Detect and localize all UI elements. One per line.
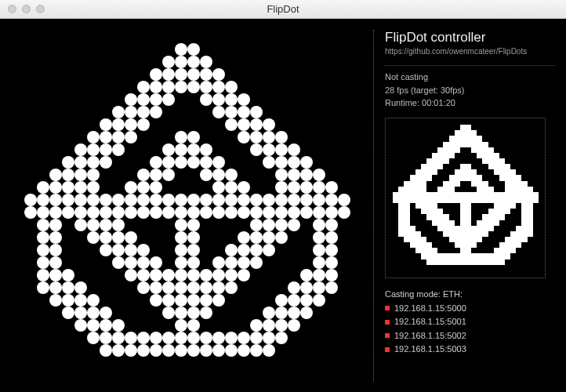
dot — [350, 118, 363, 131]
dot — [325, 131, 338, 143]
dot — [87, 256, 100, 269]
dot — [275, 231, 288, 244]
dot — [300, 307, 313, 319]
minimize-icon[interactable] — [22, 5, 31, 13]
repo-url[interactable]: https://github.com/owenmcateer/FlipDots — [385, 47, 555, 56]
dot — [175, 56, 187, 68]
dot — [87, 231, 100, 244]
dot — [87, 206, 100, 219]
dot — [125, 332, 137, 344]
dot — [112, 169, 125, 181]
dot — [288, 219, 300, 231]
dot — [150, 357, 162, 369]
dot — [238, 256, 250, 269]
dot — [162, 156, 175, 169]
dot — [212, 332, 225, 344]
dot — [300, 206, 313, 219]
dot — [313, 269, 325, 281]
close-icon[interactable] — [8, 5, 16, 13]
dot — [313, 143, 325, 156]
dot — [62, 332, 74, 344]
dot — [62, 156, 74, 169]
dot — [250, 156, 263, 169]
dot — [275, 206, 288, 219]
dot — [275, 269, 288, 281]
dot — [49, 194, 62, 206]
dot — [338, 181, 350, 194]
dot — [313, 106, 325, 118]
dot — [350, 56, 363, 68]
dot — [313, 93, 325, 106]
dot — [62, 131, 74, 143]
dot — [24, 319, 37, 332]
dot — [175, 294, 187, 307]
dot — [125, 219, 137, 231]
dot — [162, 357, 175, 369]
dot — [87, 294, 100, 307]
dot — [288, 344, 300, 357]
dot — [125, 81, 137, 93]
dot — [325, 194, 338, 206]
dot — [87, 106, 100, 118]
dot — [187, 31, 200, 43]
dot — [350, 357, 363, 369]
dot — [325, 357, 338, 369]
dot — [49, 294, 62, 307]
dot — [288, 156, 300, 169]
dot — [162, 81, 175, 93]
dot — [225, 118, 238, 131]
dot — [238, 344, 250, 357]
dot — [137, 219, 150, 231]
dot — [74, 43, 87, 56]
dot — [100, 332, 112, 344]
dot — [275, 68, 288, 81]
dot — [74, 156, 87, 169]
dot — [225, 181, 238, 194]
dot — [313, 244, 325, 256]
dot — [175, 93, 187, 106]
dot — [338, 81, 350, 93]
dot — [200, 206, 212, 219]
dot — [137, 31, 150, 43]
dot — [112, 143, 125, 156]
dot — [100, 281, 112, 294]
dot — [200, 194, 212, 206]
dot — [37, 219, 49, 231]
flipdot-display — [11, 30, 362, 381]
dot — [112, 244, 125, 256]
dot — [263, 68, 275, 81]
dot — [74, 256, 87, 269]
dot — [162, 281, 175, 294]
dot — [125, 169, 137, 181]
dot-grid — [11, 30, 362, 381]
dot — [100, 106, 112, 118]
dot — [238, 43, 250, 56]
dot — [288, 332, 300, 344]
dot — [187, 319, 200, 332]
dot — [112, 256, 125, 269]
dot — [112, 319, 125, 332]
dot — [325, 106, 338, 118]
dot — [263, 81, 275, 93]
dot — [74, 68, 87, 81]
dot — [288, 43, 300, 56]
dot — [125, 294, 137, 307]
zoom-icon[interactable] — [36, 5, 45, 13]
dot — [325, 369, 338, 382]
dot — [150, 169, 162, 181]
dot — [87, 344, 100, 357]
dot — [112, 106, 125, 118]
dot — [112, 206, 125, 219]
dot — [87, 156, 100, 169]
dot — [288, 244, 300, 256]
dot — [162, 231, 175, 244]
dot — [338, 56, 350, 68]
dot — [62, 231, 74, 244]
dot — [37, 169, 49, 181]
dot — [212, 181, 225, 194]
dot — [212, 344, 225, 357]
dot — [74, 244, 87, 256]
dot — [238, 31, 250, 43]
dot — [137, 294, 150, 307]
dot — [288, 319, 300, 332]
